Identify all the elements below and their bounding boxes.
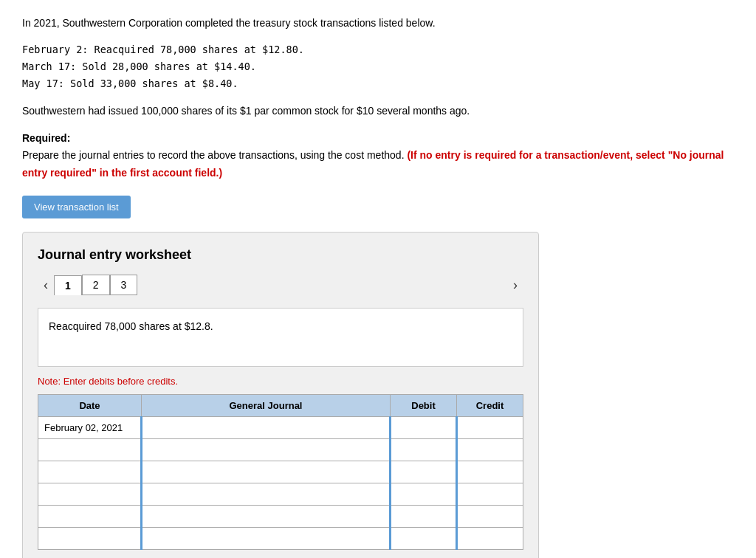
debit-cell-1[interactable] bbox=[391, 416, 457, 438]
debit-input-3[interactable] bbox=[391, 461, 456, 483]
journal-table: Date General Journal Debit Credit Februa… bbox=[38, 394, 523, 550]
credit-input-4[interactable] bbox=[458, 483, 523, 505]
required-label: Required: bbox=[22, 132, 70, 144]
transaction-line-1: February 2: Reacquired 78,000 shares at … bbox=[22, 41, 734, 58]
date-cell-1: February 02, 2021 bbox=[38, 416, 142, 438]
tab-3[interactable]: 3 bbox=[110, 275, 138, 295]
credit-cell-3[interactable] bbox=[457, 461, 523, 483]
transaction-line-3: May 17: Sold 33,000 shares at $8.40. bbox=[22, 75, 734, 92]
credit-cell-5[interactable] bbox=[457, 505, 523, 527]
note-text: Note: Enter debits before credits. bbox=[38, 376, 523, 387]
general-cell-6[interactable] bbox=[142, 527, 391, 549]
prev-tab-arrow[interactable]: ‹ bbox=[38, 275, 54, 296]
debit-input-1[interactable] bbox=[391, 417, 456, 438]
date-cell-6 bbox=[38, 527, 142, 549]
view-transaction-button[interactable]: View transaction list bbox=[22, 196, 131, 218]
table-row bbox=[38, 483, 523, 505]
general-input-4[interactable] bbox=[142, 483, 389, 505]
worksheet-title: Journal entry worksheet bbox=[38, 247, 523, 263]
debit-cell-6[interactable] bbox=[391, 527, 457, 549]
date-cell-3 bbox=[38, 461, 142, 483]
table-row bbox=[38, 438, 523, 461]
credit-input-3[interactable] bbox=[458, 461, 523, 483]
header-credit: Credit bbox=[457, 394, 523, 416]
transaction-list: February 2: Reacquired 78,000 shares at … bbox=[22, 41, 734, 92]
general-input-5[interactable] bbox=[142, 506, 389, 527]
debit-cell-2[interactable] bbox=[391, 438, 457, 461]
next-tab-arrow[interactable]: › bbox=[507, 275, 523, 296]
date-cell-5 bbox=[38, 505, 142, 527]
debit-cell-5[interactable] bbox=[391, 505, 457, 527]
debit-cell-3[interactable] bbox=[391, 461, 457, 483]
general-cell-3[interactable] bbox=[142, 461, 391, 483]
credit-input-2[interactable] bbox=[458, 439, 523, 461]
table-row bbox=[38, 461, 523, 483]
credit-input-6[interactable] bbox=[458, 528, 523, 549]
table-row bbox=[38, 527, 523, 549]
issued-text: Southwestern had issued 100,000 shares o… bbox=[22, 103, 734, 119]
debit-input-5[interactable] bbox=[391, 506, 456, 527]
transaction-line-2: March 17: Sold 28,000 shares at $14.40. bbox=[22, 58, 734, 75]
debit-input-6[interactable] bbox=[391, 528, 456, 549]
credit-cell-6[interactable] bbox=[457, 527, 523, 549]
credit-input-5[interactable] bbox=[458, 506, 523, 527]
credit-cell-1[interactable] bbox=[457, 416, 523, 438]
transaction-description: Reacquired 78,000 shares at $12.8. bbox=[38, 308, 523, 367]
general-cell-4[interactable] bbox=[142, 483, 391, 505]
header-debit: Debit bbox=[391, 394, 457, 416]
date-cell-2 bbox=[38, 438, 142, 461]
general-cell-2[interactable] bbox=[142, 438, 391, 461]
debit-cell-4[interactable] bbox=[391, 483, 457, 505]
credit-cell-2[interactable] bbox=[457, 438, 523, 461]
credit-cell-4[interactable] bbox=[457, 483, 523, 505]
worksheet-container: Journal entry worksheet ‹ 1 2 3 › Reacqu… bbox=[22, 232, 539, 558]
general-cell-5[interactable] bbox=[142, 505, 391, 527]
tab-1[interactable]: 1 bbox=[54, 275, 82, 295]
tab-navigation: ‹ 1 2 3 › bbox=[38, 275, 523, 296]
general-input-2[interactable] bbox=[142, 439, 389, 461]
table-row bbox=[38, 505, 523, 527]
date-cell-4 bbox=[38, 483, 142, 505]
credit-input-1[interactable] bbox=[458, 417, 523, 438]
header-general-journal: General Journal bbox=[142, 394, 391, 416]
general-input-3[interactable] bbox=[142, 461, 389, 483]
general-input-1[interactable] bbox=[142, 417, 389, 438]
debit-input-4[interactable] bbox=[391, 483, 456, 505]
required-text: Prepare the journal entries to record th… bbox=[22, 149, 407, 161]
header-date: Date bbox=[38, 394, 142, 416]
general-cell-1[interactable] bbox=[142, 416, 391, 438]
table-row: February 02, 2021 bbox=[38, 416, 523, 438]
intro-text: In 2021, Southwestern Corporation comple… bbox=[22, 15, 734, 31]
required-section: Required: Prepare the journal entries to… bbox=[22, 130, 734, 182]
tab-2[interactable]: 2 bbox=[82, 275, 110, 295]
general-input-6[interactable] bbox=[142, 528, 389, 549]
debit-input-2[interactable] bbox=[391, 439, 456, 461]
